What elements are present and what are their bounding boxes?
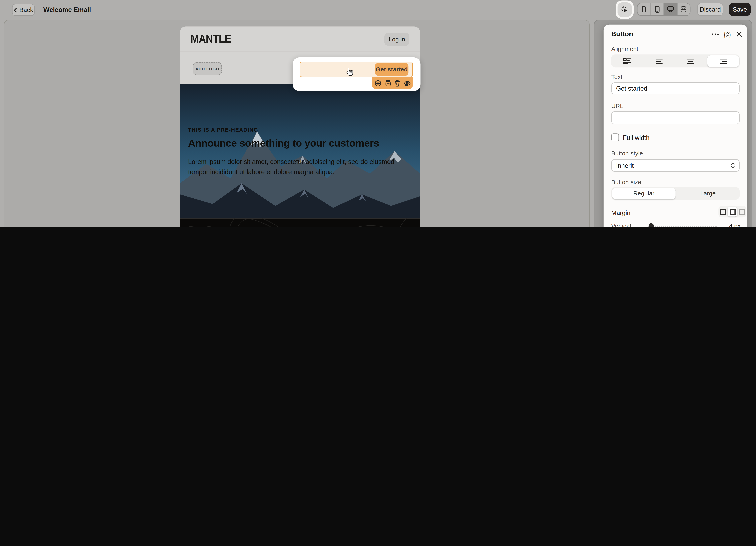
size-regular-label: Regular [633, 190, 654, 197]
vertical-margin-slider[interactable] [648, 226, 717, 227]
brand-logo: MANTLE [190, 33, 231, 45]
button-settings-panel: Button { } Alignment [604, 25, 747, 227]
align-left-button[interactable] [643, 54, 675, 67]
device-full-width-button[interactable] [677, 3, 690, 15]
device-mobile-small-button[interactable] [637, 3, 651, 15]
save-button[interactable]: Save [729, 3, 751, 16]
button-size-segmented-control: Regular Large [611, 187, 740, 200]
login-label: Log in [389, 36, 405, 43]
login-button[interactable]: Log in [384, 33, 409, 46]
add-logo-button[interactable]: ADD LOGO [193, 62, 222, 75]
hide-eye-icon[interactable] [403, 80, 411, 87]
margin-label: Margin [611, 209, 631, 216]
email-hero-section[interactable]: THIS IS A PRE-HEADING Announce something… [180, 84, 420, 219]
size-large-button[interactable]: Large [676, 187, 740, 200]
button-size-label: Button size [611, 179, 641, 186]
margin-preset-group [718, 206, 746, 218]
align-inherit-button[interactable] [611, 54, 643, 67]
button-style-value: Inherit [616, 162, 634, 169]
hero-heading: Announce something to your customers [188, 138, 379, 149]
button-text-input[interactable] [611, 82, 740, 94]
alignment-segmented-control [611, 54, 740, 67]
back-label: Back [19, 6, 33, 13]
panel-title: Button [611, 30, 633, 38]
hand-cursor-icon [345, 67, 354, 77]
email-preview: MANTLE Log in ADD LOGO [180, 26, 420, 227]
select-chevrons-icon [731, 163, 735, 168]
alignment-label: Alignment [611, 46, 638, 53]
close-panel-button[interactable] [735, 30, 743, 38]
ellipsis-icon [711, 33, 719, 35]
size-large-label: Large [700, 190, 716, 197]
button-style-label: Button style [611, 150, 643, 157]
topographic-pattern [180, 218, 420, 227]
device-desktop-button[interactable] [664, 3, 677, 15]
braces-person-icon: { } [723, 31, 732, 38]
preview-device-group [637, 3, 690, 16]
size-regular-button[interactable]: Regular [612, 188, 676, 199]
margin-medium-icon [729, 209, 735, 215]
tablet-icon [653, 5, 661, 13]
hero-body-text: Lorem ipsum dolor sit amet, consectetur … [188, 157, 409, 177]
get-started-label: Get started [376, 66, 408, 73]
margin-none-icon[interactable] [720, 209, 726, 215]
text-label: Text [611, 74, 622, 81]
align-right-button[interactable] [707, 55, 739, 67]
align-center-icon [687, 58, 695, 64]
align-left-icon [655, 58, 663, 64]
add-logo-label: ADD LOGO [195, 66, 219, 71]
margin-medium-button[interactable] [728, 207, 737, 216]
margin-large-icon[interactable] [739, 209, 745, 215]
close-icon [736, 31, 742, 37]
svg-text:}: } [729, 31, 731, 38]
more-options-button[interactable] [711, 30, 719, 38]
vertical-margin-value: 4 px [721, 223, 741, 227]
personalization-variables-button[interactable]: { } [723, 30, 732, 38]
vertical-slider-thumb[interactable] [649, 223, 654, 227]
responsive-width-icon [680, 5, 688, 13]
align-center-button[interactable] [675, 54, 706, 67]
url-label: URL [611, 103, 623, 109]
button-style-select[interactable]: Inherit [611, 159, 740, 172]
svg-text:{: { [724, 31, 726, 38]
email-dark-section[interactable]: TEXT Lorem ipsum dolor sit amet, consect… [180, 218, 420, 227]
page-title: Welcome Email [43, 6, 91, 13]
email-header-section[interactable]: MANTLE Log in [180, 26, 420, 52]
duplicate-icon[interactable] [384, 80, 391, 87]
get-started-button[interactable]: Get started [375, 63, 408, 76]
discard-label: Discard [700, 6, 721, 13]
button-url-input[interactable] [611, 111, 740, 124]
chevron-left-icon [14, 7, 17, 12]
align-inherit-icon [623, 58, 631, 64]
desktop-icon [666, 5, 674, 13]
back-button[interactable]: Back [12, 4, 35, 16]
add-block-icon[interactable] [374, 80, 381, 87]
device-tablet-button[interactable] [651, 3, 664, 15]
mountain-hero-image [180, 84, 420, 219]
delete-icon[interactable] [394, 80, 401, 87]
save-label: Save [733, 6, 747, 13]
discard-button[interactable]: Discard [697, 3, 723, 16]
vertical-margin-label: Vertical [611, 223, 631, 227]
app-window: Back Welcome Email Discard Save [0, 0, 756, 227]
full-width-label: Full width [623, 134, 649, 141]
phone-small-icon [640, 5, 648, 13]
hero-preheading: THIS IS A PRE-HEADING [188, 127, 258, 133]
full-width-checkbox[interactable] [611, 133, 619, 141]
select-tool-button[interactable] [618, 2, 632, 17]
cursor-click-icon [620, 6, 629, 14]
align-right-icon [719, 58, 727, 64]
selected-block-spotlight: Get started [293, 57, 420, 91]
block-toolbar [372, 77, 413, 89]
